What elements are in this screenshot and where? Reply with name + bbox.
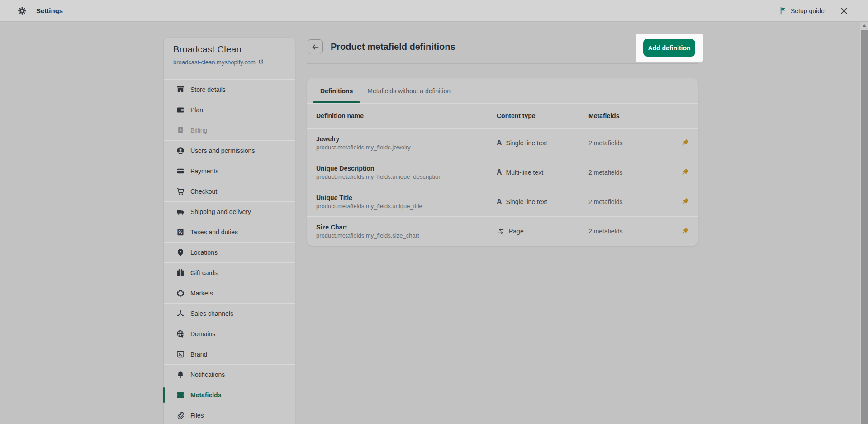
table-row[interactable]: Jewelry product.metafields.my_fields.jew… [307,129,698,158]
sidebar-item-label: Domains [190,330,215,338]
paperclip-icon [176,411,185,420]
sidebar-item-label: Taxes and duties [190,229,238,236]
definition-key: product.metafields.my_fields.jewelry [316,144,497,151]
metafields-count: 2 metafields [588,169,622,176]
back-button[interactable] [308,39,323,54]
column-metafields: Metafields [588,112,698,119]
column-content-type: Content type [497,112,588,119]
sidebar-item-label: Payments [190,167,218,175]
sidebar-item-label: Store details [190,86,226,93]
sidebar-item-label: Locations [190,249,218,256]
definition-key: product.metafields.my_fields.unique_desc… [316,173,497,180]
scroll-up-icon[interactable] [862,24,867,27]
map-pin-icon [176,248,185,257]
store-header: Broadcast Clean broadcast-clean.myshopif… [164,38,295,79]
store-domain-text: broadcast-clean.myshopify.com [173,59,256,66]
store-domain-link[interactable]: broadcast-clean.myshopify.com [173,59,285,66]
metafields-count: 2 metafields [588,139,622,147]
metafields-count: 2 metafields [588,228,622,235]
sidebar-item-label: Checkout [190,188,217,195]
table-header: Definition name Content type Metafields [307,104,698,129]
sidebar-item-label: Brand [190,351,207,358]
sidebar-item-label: Gift cards [190,269,218,276]
single-line-text-icon: A [497,139,502,147]
sidebar-item-taxes-and-duties[interactable]: % Taxes and duties [164,222,295,242]
definition-name[interactable]: Size Chart [316,224,497,231]
close-icon[interactable] [838,5,850,17]
metafields-count: 2 metafields [588,198,622,205]
credit-card-icon [176,167,185,176]
topbar: Settings Setup guide [0,0,868,22]
table-row[interactable]: Unique Title product.metafields.my_field… [307,187,698,216]
settings-window: Settings Setup guide Broadcast Clean bro… [0,0,868,424]
sidebar-item-label: Markets [190,290,213,297]
pin-icon[interactable] [680,167,690,177]
sidebar-item-files[interactable]: Files [164,405,295,424]
markets-globe-icon [176,289,185,298]
truck-icon [176,207,185,216]
page-reference-icon [497,227,505,235]
add-definition-button[interactable]: Add definition [643,39,695,57]
sidebar-item-store-details[interactable]: Store details [164,79,295,100]
network-icon [176,309,185,318]
settings-sidebar: Broadcast Clean broadcast-clean.myshopif… [164,38,295,424]
sidebar-item-markets[interactable]: Markets [164,283,295,303]
tab-definitions[interactable]: Definitions [313,78,360,103]
definition-key: product.metafields.my_fields.unique_titl… [316,203,497,210]
sidebar-item-locations[interactable]: Locations [164,242,295,262]
definition-key: product.metafields.my_fields.size_chart [316,232,497,239]
svg-text:$: $ [179,128,181,132]
sidebar-item-label: Users and permissions [190,147,255,154]
table-row[interactable]: Unique Description product.metafields.my… [307,158,698,187]
sidebar-item-label: Metafields [190,391,221,399]
pin-icon[interactable] [680,197,690,207]
billing-icon: $ [176,126,185,135]
column-definition-name: Definition name [316,112,497,119]
sidebar-item-sales-channels[interactable]: Sales channels [164,303,295,324]
tabs: Definitions Metafields without a definit… [307,78,698,104]
sidebar-item-notifications[interactable]: Notifications [164,364,295,385]
sidebar-item-metafields[interactable]: Metafields [164,385,295,405]
definition-name[interactable]: Unique Title [316,194,497,201]
flag-icon [779,6,788,15]
header-divider [307,63,698,64]
store-icon [176,85,185,94]
globe-icon [176,329,185,338]
sidebar-item-payments[interactable]: Payments [164,161,295,181]
multi-line-text-icon: A [497,169,502,176]
gear-icon [17,6,27,16]
sidebar-item-billing: $ Billing [164,120,295,140]
cart-icon [176,187,185,196]
sidebar-item-brand[interactable]: Brand [164,344,295,364]
sidebar-item-users-and-permissions[interactable]: Users and permissions [164,140,295,161]
pin-icon[interactable] [680,226,690,236]
sidebar-item-gift-cards[interactable]: Gift cards [164,262,295,283]
gift-icon [176,268,185,277]
sidebar-item-shipping-and-delivery[interactable]: Shipping and delivery [164,201,295,222]
sidebar-item-plan[interactable]: Plan [164,100,295,120]
sidebar-item-domains[interactable]: Domains [164,324,295,344]
sidebar-item-label: Shipping and delivery [190,208,251,215]
single-line-text-icon: A [497,198,502,205]
sidebar-nav: Store details Plan $ Billing Users and p… [164,79,295,424]
table-row[interactable]: Size Chart product.metafields.my_fields.… [307,216,698,246]
sidebar-item-label: Sales channels [190,310,233,317]
content-type-label: Page [509,228,524,235]
sidebar-item-checkout[interactable]: Checkout [164,181,295,201]
pin-icon[interactable] [680,138,690,148]
content-type-label: Single line text [506,139,547,147]
definition-name[interactable]: Jewelry [316,135,497,143]
scrollbar-thumb[interactable] [861,30,868,424]
bell-icon [176,370,185,379]
content-type-label: Single line text [506,198,547,205]
percent-icon: % [176,228,185,237]
content-type-label: Multi-line text [506,169,543,176]
back-arrow-icon [311,43,320,52]
wallet-icon [176,105,185,114]
user-icon [176,146,185,155]
scrollbar[interactable] [860,22,868,424]
tab-metafields-without-definition[interactable]: Metafields without a definition [360,78,458,103]
definition-name[interactable]: Unique Description [316,165,497,172]
sidebar-item-label: Billing [190,127,207,134]
setup-guide-button[interactable]: Setup guide [791,0,825,22]
